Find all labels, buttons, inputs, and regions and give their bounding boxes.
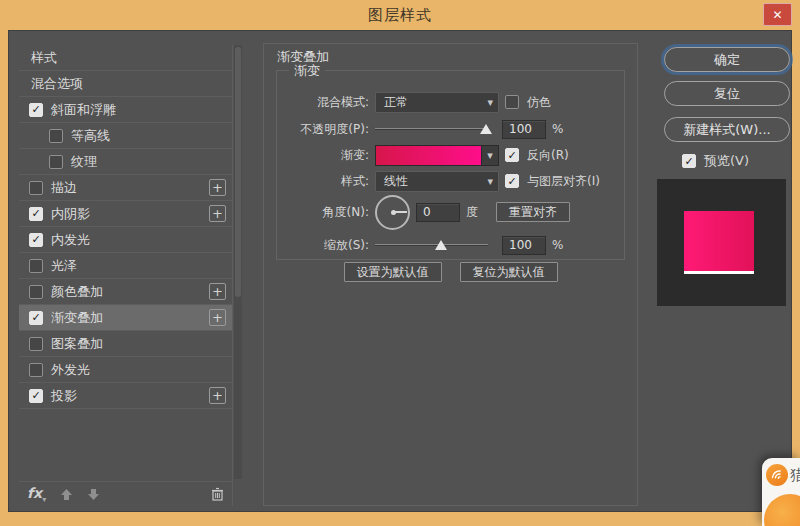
sidebar-item-4[interactable]: ✓纹理 (19, 149, 232, 175)
reset-button[interactable]: 复位 (664, 81, 790, 106)
gradient-picker[interactable]: ▾ (375, 145, 499, 166)
style-checkbox[interactable]: ✓ (29, 285, 43, 299)
style-select[interactable]: 线性 ▾ (375, 171, 499, 192)
move-up-button[interactable] (60, 488, 73, 501)
new-style-button[interactable]: 新建样式(W)... (664, 117, 790, 142)
check-icon: ✓ (31, 208, 40, 219)
sidebar-item-12[interactable]: ✓外发光 (19, 357, 232, 383)
sidebar-item-13[interactable]: ✓投影+ (19, 383, 232, 409)
blend-mode-label: 混合模式: (277, 94, 369, 111)
opacity-unit: % (552, 122, 563, 136)
sidebar-empty-space (19, 409, 232, 481)
sidebar-item-label: 内发光 (51, 231, 90, 249)
chevron-down-icon: ▾ (487, 175, 493, 188)
style-checkbox[interactable]: ✓ (29, 207, 43, 221)
opacity-input[interactable]: 100 (502, 120, 546, 139)
slider-track (375, 244, 488, 246)
sidebar-item-9[interactable]: ✓颜色叠加+ (19, 279, 232, 305)
move-down-button[interactable] (87, 488, 100, 501)
sidebar-item-5[interactable]: ✓描边+ (19, 175, 232, 201)
plus-icon[interactable]: + (209, 283, 226, 300)
fx-menu-button[interactable]: fx▾ (27, 485, 46, 504)
sidebar-item-label: 外发光 (51, 361, 90, 379)
arrow-down-icon (87, 488, 100, 501)
plus-icon[interactable]: + (209, 205, 226, 222)
check-icon: ✓ (507, 176, 516, 187)
sidebar-item-2[interactable]: ✓斜面和浮雕 (19, 97, 232, 123)
sidebar-item-label: 斜面和浮雕 (51, 101, 116, 119)
blend-mode-value: 正常 (384, 94, 408, 111)
reverse-checkbox[interactable]: ✓ (505, 148, 519, 162)
layer-style-dialog: 样式混合选项✓斜面和浮雕✓等高线✓纹理✓描边+✓内阴影+✓内发光✓光泽✓颜色叠加… (8, 30, 792, 512)
dither-label: 仿色 (527, 94, 551, 111)
check-icon: ✓ (31, 390, 40, 401)
wifi-icon (770, 468, 784, 482)
style-value: 线性 (384, 173, 408, 190)
sidebar-item-8[interactable]: ✓光泽 (19, 253, 232, 279)
preview-checkbox[interactable]: ✓ (682, 154, 696, 168)
style-checkbox[interactable]: ✓ (29, 259, 43, 273)
ok-button[interactable]: 确定 (664, 47, 790, 72)
overlay-app-swirl (764, 494, 800, 526)
style-checkbox[interactable]: ✓ (49, 129, 63, 143)
style-list-sidebar: 样式混合选项✓斜面和浮雕✓等高线✓纹理✓描边+✓内阴影+✓内发光✓光泽✓颜色叠加… (19, 45, 233, 506)
sidebar-item-label: 混合选项 (31, 75, 83, 93)
angle-label: 角度(N): (277, 204, 369, 221)
angle-input[interactable]: 0 (416, 203, 460, 222)
style-checkbox[interactable]: ✓ (29, 233, 43, 247)
align-layer-checkbox[interactable]: ✓ (505, 174, 519, 188)
sidebar-item-3[interactable]: ✓等高线 (19, 123, 232, 149)
blend-mode-select[interactable]: 正常 ▾ (375, 92, 499, 113)
align-layer-label: 与图层对齐(I) (527, 173, 600, 190)
style-checkbox[interactable]: ✓ (29, 363, 43, 377)
gradient-label: 渐变: (277, 147, 369, 164)
plus-icon[interactable]: + (209, 309, 226, 326)
style-checkbox[interactable]: ✓ (29, 389, 43, 403)
dither-checkbox[interactable]: ✓ (505, 95, 519, 109)
style-checkbox[interactable]: ✓ (29, 103, 43, 117)
window-title: 图层样式 (368, 6, 432, 25)
sidebar-item-1[interactable]: 混合选项 (19, 71, 232, 97)
check-icon: ✓ (507, 150, 516, 161)
angle-unit: 度 (466, 204, 478, 221)
sidebar-scrollbar[interactable] (234, 45, 242, 479)
close-button[interactable]: ✕ (763, 3, 792, 26)
overlay-app-card[interactable]: 猎 (762, 458, 800, 526)
fx-caret-icon: ▾ (42, 494, 46, 503)
reverse-label: 反向(R) (527, 147, 569, 164)
check-icon: ✓ (31, 312, 40, 323)
slider-thumb[interactable] (480, 124, 492, 134)
angle-dial[interactable] (375, 195, 410, 230)
scale-slider[interactable] (375, 237, 488, 253)
angle-center-dot (391, 210, 396, 215)
sidebar-item-11[interactable]: ✓图案叠加 (19, 331, 232, 357)
gradient-chevron-icon[interactable]: ▾ (481, 146, 498, 165)
opacity-slider[interactable] (375, 121, 488, 137)
slider-thumb[interactable] (435, 240, 447, 250)
check-icon: ✓ (31, 234, 40, 245)
reset-align-button[interactable]: 重置对齐 (496, 202, 570, 222)
style-checkbox[interactable]: ✓ (29, 337, 43, 351)
reset-default-button[interactable]: 复位为默认值 (460, 262, 558, 282)
plus-icon[interactable]: + (209, 179, 226, 196)
plus-icon[interactable]: + (209, 387, 226, 404)
sidebar-item-7[interactable]: ✓内发光 (19, 227, 232, 253)
scrollbar-thumb[interactable] (235, 47, 241, 297)
sidebar-item-6[interactable]: ✓内阴影+ (19, 201, 232, 227)
set-default-button[interactable]: 设置为默认值 (344, 262, 442, 282)
scale-input[interactable]: 100 (502, 236, 546, 255)
delete-effect-button[interactable] (211, 487, 224, 501)
sidebar-item-0[interactable]: 样式 (19, 45, 232, 71)
sidebar-item-label: 投影 (51, 387, 77, 405)
check-icon: ✓ (684, 156, 693, 167)
sidebar-item-label: 样式 (31, 49, 57, 67)
style-checkbox[interactable]: ✓ (29, 181, 43, 195)
sidebar-item-10[interactable]: ✓渐变叠加+ (19, 305, 232, 331)
sidebar-item-label: 描边 (51, 179, 77, 197)
sidebar-footer: fx▾ (19, 481, 232, 506)
titlebar[interactable]: 图层样式 (0, 0, 800, 30)
preview-label: 预览(V) (704, 152, 749, 170)
gradient-swatch[interactable] (376, 146, 481, 165)
style-checkbox[interactable]: ✓ (29, 311, 43, 325)
style-checkbox[interactable]: ✓ (49, 155, 63, 169)
